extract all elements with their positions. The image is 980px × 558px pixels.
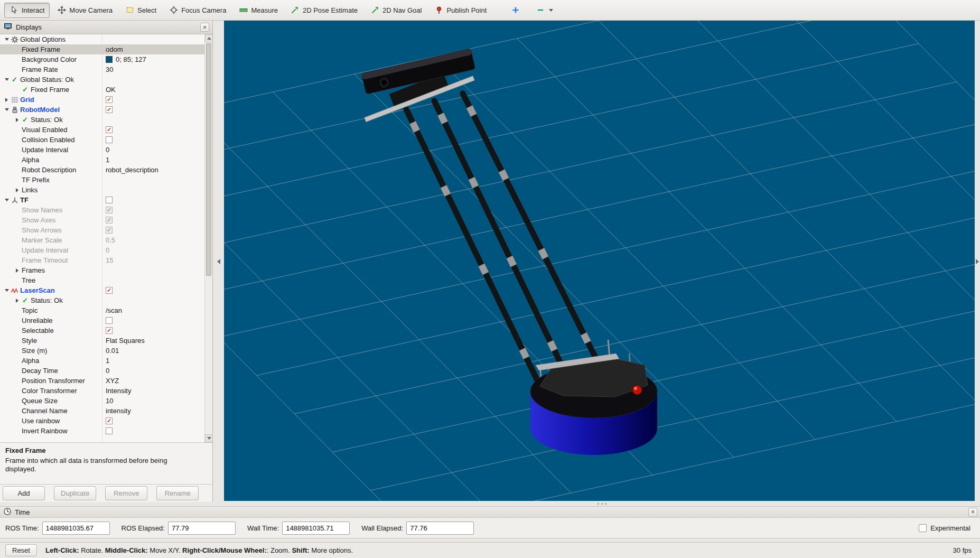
tree-row[interactable]: Channel Nameintensity — [0, 406, 204, 416]
wall-time-input[interactable] — [282, 522, 350, 535]
add-button[interactable]: Add — [3, 486, 45, 500]
property-value[interactable]: robot_description — [106, 166, 158, 174]
checkbox-checked[interactable]: ✓ — [106, 417, 113, 424]
bottom-splitter[interactable] — [224, 501, 980, 506]
expander-closed-icon[interactable] — [14, 268, 21, 273]
expander-closed-icon[interactable] — [3, 98, 10, 102]
tree-row[interactable]: Background Color0; 85; 127 — [0, 54, 204, 64]
scrollbar-up-button[interactable] — [205, 34, 212, 42]
right-splitter[interactable] — [975, 21, 980, 502]
time-close-button[interactable]: × — [968, 508, 977, 517]
tree-row[interactable]: ✓Fixed FrameOK — [0, 85, 204, 95]
expander-open-icon[interactable] — [3, 38, 10, 41]
tree-scrollbar[interactable] — [204, 34, 212, 442]
color-swatch[interactable] — [106, 56, 113, 63]
tree-row[interactable]: ✓Status: Ok — [0, 115, 204, 125]
property-value[interactable]: 0.01 — [106, 347, 119, 355]
checkbox-unchecked[interactable] — [106, 317, 113, 324]
tree-row[interactable]: Alpha1 — [0, 155, 204, 165]
tree-row[interactable]: ✓Global Status: Ok — [0, 75, 204, 85]
3d-scene[interactable] — [224, 21, 975, 501]
checkbox-checked[interactable]: ✓ — [106, 207, 113, 213]
tree-row[interactable]: Size (m)0.01 — [0, 346, 204, 356]
rename-button[interactable]: Rename — [156, 486, 199, 500]
tool-publish-point[interactable]: Publish Point — [429, 3, 492, 18]
tree-row[interactable]: Fixed Frameodom — [0, 44, 204, 54]
expander-open-icon[interactable] — [3, 78, 10, 81]
checkbox-unchecked[interactable] — [106, 136, 113, 143]
property-value[interactable]: 0 — [106, 146, 109, 154]
checkbox-checked[interactable]: ✓ — [106, 287, 113, 294]
tree-row[interactable]: Show Axes✓ — [0, 215, 204, 225]
ros-elapsed-input[interactable] — [168, 522, 236, 535]
tool-2d-pose-estimate[interactable]: 2D Pose Estimate — [285, 3, 363, 18]
expander-closed-icon[interactable] — [14, 188, 21, 192]
tool-move-camera[interactable]: Move Camera — [52, 3, 118, 18]
tree-row[interactable]: ✓Status: Ok — [0, 295, 204, 305]
dropdown-caret-icon[interactable] — [549, 9, 553, 12]
expander-open-icon[interactable] — [3, 108, 10, 111]
tool-select[interactable]: Select — [120, 3, 162, 18]
checkbox-checked[interactable]: ✓ — [106, 227, 113, 234]
expander-closed-icon[interactable] — [14, 299, 21, 303]
property-value[interactable]: Flat Squares — [106, 337, 145, 345]
tree-row[interactable]: Position TransformerXYZ — [0, 376, 204, 386]
tree-row[interactable]: RobotModel✓ — [0, 105, 204, 115]
tree-row[interactable]: Decay Time0 — [0, 366, 204, 376]
time-panel-titlebar[interactable]: Time × — [0, 507, 980, 518]
property-value[interactable]: intensity — [106, 407, 131, 415]
expander-open-icon[interactable] — [3, 199, 10, 201]
checkbox-checked[interactable]: ✓ — [106, 217, 113, 224]
tree-row[interactable]: Alpha1 — [0, 356, 204, 366]
tool-measure[interactable]: Measure — [234, 3, 283, 18]
tree-row[interactable]: Marker Scale0.5 — [0, 235, 204, 245]
tool-focus-camera[interactable]: Focus Camera — [164, 3, 231, 18]
property-value[interactable]: 1 — [106, 357, 109, 365]
3d-viewport[interactable] — [224, 21, 975, 501]
tree-row[interactable]: Show Names✓ — [0, 205, 204, 215]
duplicate-button[interactable]: Duplicate — [54, 486, 96, 500]
displays-close-button[interactable]: × — [200, 23, 209, 32]
tree-row[interactable]: TF Prefix — [0, 175, 204, 185]
property-value[interactable]: OK — [106, 86, 116, 94]
tree-row[interactable]: Visual Enabled✓ — [0, 125, 204, 135]
property-value[interactable]: 1 — [106, 156, 109, 164]
tree-row[interactable]: Frame Rate30 — [0, 64, 204, 75]
remove-button[interactable]: Remove — [105, 486, 147, 500]
tree-row[interactable]: LaserScan✓ — [0, 285, 204, 295]
property-value[interactable]: 10 — [106, 397, 113, 405]
property-value[interactable]: 30 — [106, 66, 113, 73]
tree-row[interactable]: Queue Size10 — [0, 396, 204, 406]
tree-row[interactable]: Selectable✓ — [0, 326, 204, 336]
remove-tool-button[interactable] — [530, 3, 558, 18]
tree-row[interactable]: Frames — [0, 265, 204, 275]
tree-row[interactable]: Update Interval0 — [0, 245, 204, 255]
property-value[interactable]: XYZ — [106, 377, 119, 385]
add-tool-button[interactable] — [506, 3, 525, 18]
tree-row[interactable]: Tree — [0, 275, 204, 285]
property-value[interactable]: Intensity — [106, 387, 131, 395]
wall-elapsed-input[interactable] — [406, 522, 474, 535]
tree-row[interactable]: Links — [0, 185, 204, 195]
left-splitter[interactable] — [213, 21, 224, 502]
tool-2d-nav-goal[interactable]: 2D Nav Goal — [365, 3, 427, 18]
tree-row[interactable]: Collision Enabled — [0, 135, 204, 145]
checkbox-checked[interactable]: ✓ — [106, 126, 113, 133]
tree-row[interactable]: Robot Descriptionrobot_description — [0, 165, 204, 175]
checkbox-checked[interactable]: ✓ — [106, 96, 113, 103]
tree-row[interactable]: Update Interval0 — [0, 145, 204, 155]
expander-open-icon[interactable] — [3, 289, 10, 292]
property-value[interactable]: 0.5 — [106, 236, 115, 244]
expander-closed-icon[interactable] — [14, 118, 21, 122]
experimental-checkbox[interactable] — [919, 524, 927, 532]
checkbox-checked[interactable]: ✓ — [106, 327, 113, 334]
tree-row[interactable]: Frame Timeout15 — [0, 255, 204, 265]
checkbox-checked[interactable]: ✓ — [106, 106, 113, 113]
reset-button[interactable]: Reset — [5, 544, 37, 556]
tree-row[interactable]: Invert Rainbow — [0, 426, 204, 436]
property-value[interactable]: 0 — [106, 246, 109, 254]
property-value[interactable]: odom — [106, 45, 123, 53]
tree-row[interactable]: TF — [0, 195, 204, 205]
tree-row[interactable]: StyleFlat Squares — [0, 336, 204, 346]
property-value[interactable]: 0; 85; 127 — [116, 55, 146, 63]
